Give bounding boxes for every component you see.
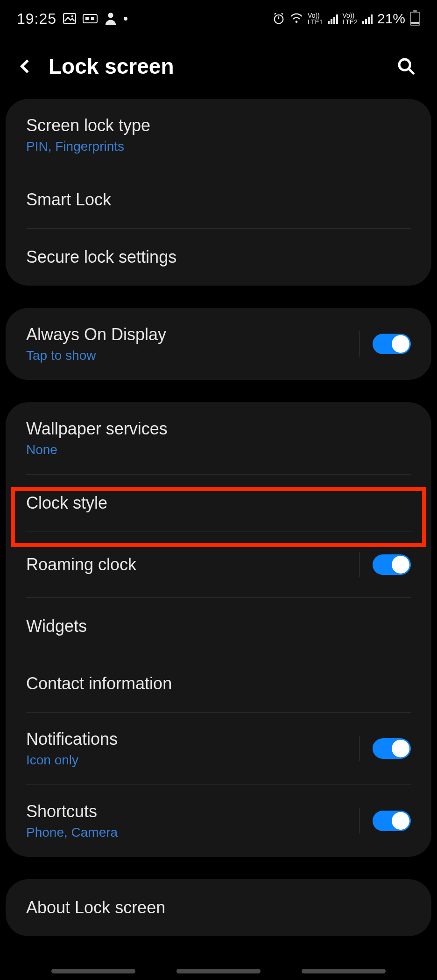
security-group-card: Screen lock type PIN, Fingerprints Smart…	[6, 99, 431, 286]
shortcuts-row[interactable]: Shortcuts Phone, Camera	[6, 785, 431, 857]
clock-style-row[interactable]: Clock style	[6, 475, 431, 532]
secure-lock-settings-title: Secure lock settings	[26, 247, 176, 267]
cc-indicator-icon	[83, 14, 98, 23]
svg-point-5	[108, 13, 113, 18]
contact-information-row[interactable]: Contact information	[6, 655, 431, 712]
screen-lock-type-row[interactable]: Screen lock type PIN, Fingerprints	[6, 99, 431, 171]
svg-point-11	[399, 59, 410, 70]
notifications-title: Notifications	[26, 729, 118, 749]
search-button[interactable]	[392, 52, 420, 80]
roaming-clock-title: Roaming clock	[26, 555, 136, 574]
svg-line-9	[282, 13, 283, 14]
svg-line-8	[275, 13, 276, 14]
aod-toggle[interactable]	[373, 334, 411, 354]
alarm-icon	[272, 14, 285, 23]
wallpaper-services-sub: None	[26, 442, 168, 457]
always-on-display-row[interactable]: Always On Display Tap to show	[6, 308, 431, 380]
lte1-indicator: Vo)) LTE1	[308, 12, 323, 25]
screen-lock-type-sub: PIN, Fingerprints	[26, 139, 150, 154]
battery-icon	[410, 12, 420, 26]
page-title: Lock screen	[49, 54, 383, 79]
shortcuts-title: Shortcuts	[26, 802, 118, 821]
status-time: 19:25	[17, 10, 56, 28]
person-indicator-icon	[104, 14, 117, 23]
system-nav-bar	[0, 969, 437, 973]
about-lock-screen-title: About Lock screen	[26, 898, 165, 917]
aod-group-card: Always On Display Tap to show	[6, 308, 431, 380]
roaming-clock-toggle[interactable]	[373, 554, 411, 575]
battery-percent: 21%	[377, 11, 405, 27]
svg-line-12	[409, 69, 414, 74]
display-group-card: Wallpaper services None Clock style Roam…	[6, 402, 431, 857]
clock-style-title: Clock style	[26, 493, 107, 513]
roaming-clock-row[interactable]: Roaming clock	[6, 532, 431, 597]
aod-sub: Tap to show	[26, 348, 166, 363]
notifications-toggle[interactable]	[373, 738, 411, 759]
status-bar: 19:25 Vo)) LTE1	[0, 0, 437, 34]
page-header: Lock screen	[0, 34, 437, 99]
shortcuts-sub: Phone, Camera	[26, 825, 118, 840]
back-button[interactable]	[11, 52, 39, 80]
more-indicator-dot	[124, 17, 127, 21]
lte2-indicator: Vo)) LTE2	[343, 12, 358, 25]
signal-1-icon	[328, 14, 338, 24]
svg-point-1	[71, 15, 74, 18]
contact-information-title: Contact information	[26, 674, 172, 693]
about-group-card: About Lock screen	[6, 879, 431, 936]
svg-point-10	[296, 21, 298, 23]
smart-lock-row[interactable]: Smart Lock	[6, 171, 431, 228]
screen-lock-type-title: Screen lock type	[26, 116, 150, 135]
svg-rect-4	[91, 17, 94, 20]
toggle-separator	[359, 736, 359, 761]
recents-button[interactable]	[51, 969, 135, 973]
widgets-title: Widgets	[26, 616, 87, 636]
aod-title: Always On Display	[26, 325, 166, 344]
svg-point-6	[275, 15, 283, 24]
wallpaper-services-row[interactable]: Wallpaper services None	[6, 402, 431, 474]
notifications-sub: Icon only	[26, 753, 118, 768]
secure-lock-settings-row[interactable]: Secure lock settings	[6, 229, 431, 286]
widgets-row[interactable]: Widgets	[6, 598, 431, 655]
shortcuts-toggle[interactable]	[373, 811, 411, 831]
toggle-separator	[359, 552, 359, 577]
wallpaper-services-title: Wallpaper services	[26, 419, 168, 439]
smart-lock-title: Smart Lock	[26, 190, 111, 210]
signal-2-icon	[362, 14, 373, 24]
image-indicator-icon	[63, 14, 76, 23]
svg-rect-2	[83, 14, 97, 23]
svg-rect-3	[85, 17, 89, 20]
wifi-icon	[290, 14, 303, 23]
notifications-row[interactable]: Notifications Icon only	[6, 713, 431, 784]
about-lock-screen-row[interactable]: About Lock screen	[6, 879, 431, 936]
toggle-separator	[359, 808, 359, 833]
toggle-separator	[359, 331, 359, 357]
chevron-left-icon	[17, 58, 33, 74]
back-nav-button[interactable]	[302, 969, 386, 973]
search-icon	[397, 57, 416, 76]
home-button[interactable]	[176, 969, 261, 973]
